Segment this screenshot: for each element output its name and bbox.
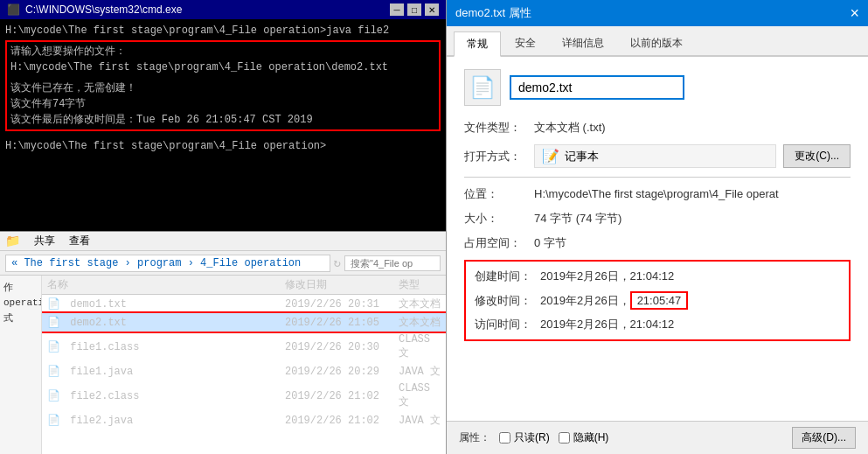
cmd-prompt: H:\mycode\The first stage\program\4_File… (5, 138, 441, 154)
col-type[interactable]: 类型 (393, 276, 446, 295)
file-name: file1.class (70, 341, 139, 353)
hidden-checkbox[interactable] (559, 432, 570, 444)
col-date[interactable]: 修改日期 (280, 276, 393, 295)
disk-size-label: 占用空间： (464, 235, 534, 251)
file-name: file1.java (70, 366, 133, 378)
file-type-value: 文本文档 (.txt) (534, 120, 606, 136)
file-icon: 📄 (47, 341, 60, 353)
address-bar[interactable]: « The first stage › program › 4_File ope… (5, 255, 330, 272)
share-button[interactable]: 共享 (34, 234, 55, 248)
advanced-btn[interactable]: 高级(D)... (792, 427, 856, 449)
breadcrumb: « The first stage › program › 4_File ope… (11, 257, 301, 269)
tab-general[interactable]: 常规 (454, 31, 501, 57)
tab-details[interactable]: 详细信息 (550, 31, 616, 55)
cmd-line-6: 该文件最后的修改时间是：Tue Feb 26 21:05:47 CST 2019 (10, 112, 435, 128)
readonly-checkbox-label[interactable]: 只读(R) (499, 430, 550, 445)
modified-value: 2019年2月26日， (540, 293, 630, 309)
table-row[interactable]: 📄 demo2.txt 2019/2/26 21:05 文本文档 (42, 313, 446, 332)
table-row[interactable]: 📄 file2.class 2019/2/26 21:02 CLASS 文 (42, 381, 446, 411)
file-icon: 📄 (47, 415, 60, 427)
location-label: 位置： (464, 186, 534, 202)
size-value: 74 字节 (74 字节) (534, 211, 621, 227)
file-icon: 📄 (47, 366, 60, 378)
file-name: file2.java (70, 415, 133, 427)
attrs-label: 属性： (459, 430, 490, 445)
open-with-label: 打开方式： (464, 149, 534, 164)
minimize-btn[interactable]: ─ (390, 3, 404, 16)
table-row[interactable]: 📄 file1.class 2019/2/26 20:30 CLASS 文 (42, 332, 446, 362)
file-type-label: 文件类型： (464, 120, 534, 136)
filename-input[interactable] (510, 75, 684, 100)
sidebar-item-2[interactable]: operatio (2, 296, 39, 310)
file-icon: 📄 (47, 390, 60, 402)
disk-size-value: 0 字节 (534, 235, 566, 251)
cmd-line-5: 该文件有74字节 (10, 96, 435, 112)
search-input[interactable] (344, 255, 441, 271)
location-value: H:\mycode\The first stage\program\4_File… (534, 186, 779, 202)
cmd-line-4: 该文件已存在，无需创建！ (10, 80, 435, 96)
refresh-icon[interactable]: ↻ (334, 255, 341, 270)
open-with-value: 记事本 (565, 149, 599, 164)
tab-security[interactable]: 安全 (503, 31, 548, 55)
file-icon: 📄 (47, 298, 60, 311)
cmd-titlebar: ⬛ C:\WINDOWS\system32\cmd.exe ─ □ ✕ (0, 0, 446, 19)
tab-previous[interactable]: 以前的版本 (618, 31, 695, 55)
close-btn[interactable]: ✕ (425, 3, 439, 16)
file-icon: 📄 (47, 317, 60, 329)
cmd-title: C:\WINDOWS\system32\cmd.exe (25, 3, 182, 16)
accessed-value: 2019年2月26日，21:04:12 (540, 317, 674, 332)
file-name: demo1.txt (70, 298, 127, 311)
props-title: demo2.txt 属性 (455, 5, 531, 21)
hidden-checkbox-label[interactable]: 隐藏(H) (559, 430, 609, 445)
open-with-icon: 📝 (542, 148, 559, 164)
folder-icon: 📁 (5, 234, 20, 248)
modified-time-highlight: 21:05:47 (630, 291, 689, 310)
props-close-btn[interactable]: × (850, 4, 859, 23)
file-type-icon: 📄 (464, 69, 501, 106)
cmd-line-2: 请输入想要操作的文件： (10, 44, 435, 59)
sidebar-item-3[interactable]: 式 (2, 310, 39, 326)
maximize-btn[interactable]: □ (407, 3, 421, 16)
created-label: 创建时间： (475, 269, 540, 284)
cmd-line-3: H:\mycode\The first stage\program\4_File… (10, 59, 435, 75)
size-label: 大小： (464, 211, 534, 227)
col-name[interactable]: 名称 (42, 276, 280, 295)
change-btn[interactable]: 更改(C)... (783, 144, 851, 168)
readonly-checkbox[interactable] (499, 432, 510, 444)
table-row[interactable]: 📄 file1.java 2019/2/26 20:29 JAVA 文 (42, 362, 446, 381)
file-name: demo2.txt (70, 317, 127, 329)
cmd-icon: ⬛ (7, 3, 20, 16)
view-button[interactable]: 查看 (69, 234, 90, 248)
cmd-line-1: H:\mycode\The first stage\program\4_File… (5, 23, 441, 38)
table-row[interactable]: 📄 demo1.txt 2019/2/26 20:31 文本文档 (42, 295, 446, 314)
file-name: file2.class (70, 390, 139, 402)
table-row[interactable]: 📄 file2.java 2019/2/26 21:02 JAVA 文 (42, 411, 446, 430)
sidebar-item-1[interactable]: 作 (2, 279, 39, 296)
created-value: 2019年2月26日，21:04:12 (540, 269, 674, 284)
modified-label: 修改时间： (475, 293, 540, 309)
accessed-label: 访问时间： (475, 317, 540, 332)
